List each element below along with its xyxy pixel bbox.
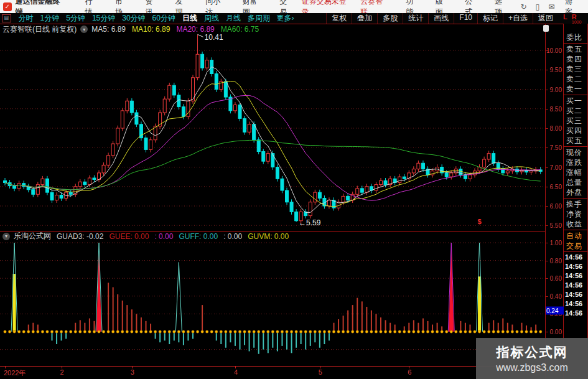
price-tick-7.50-tick	[546, 147, 548, 148]
indicator-source[interactable]: 乐淘公式网	[14, 231, 51, 241]
period-button-5分钟[interactable]: 5分钟	[63, 13, 89, 24]
price-tick-6.50-tick	[546, 187, 548, 187]
period-button-多周期[interactable]: 多周期	[244, 13, 273, 24]
menubar-icons: ↻▯✉	[516, 2, 559, 11]
tool-button-1[interactable]: 叠加	[352, 13, 377, 24]
sidebar-row-自动[interactable]: 自动	[564, 231, 587, 241]
sidebar-row-卖二[interactable]: 卖二	[564, 74, 587, 84]
mobile-icon[interactable]: ▯	[531, 2, 544, 11]
month-label-5: 5	[319, 368, 322, 376]
sidebar-row-净资[interactable]: 净资	[564, 209, 587, 219]
price-axis[interactable]: 10.009.509.008.508.007.507.006.506.005.5…	[545, 24, 564, 379]
sidebar-row-买三[interactable]: 买三	[564, 116, 587, 126]
price-tick-9.00: 9.00	[550, 86, 562, 93]
indicator-value-4: : 0.00	[223, 232, 242, 241]
indicator-value-2: : 0.00	[154, 232, 173, 241]
time-axis[interactable]: 2022年23456	[0, 366, 545, 379]
period-button-60分钟[interactable]: 60分钟	[149, 13, 179, 24]
tick-time-row-5[interactable]: 14:56	[564, 299, 587, 309]
splitter-handle[interactable]	[543, 25, 549, 32]
tick-time-row-1[interactable]: 14:56	[564, 262, 587, 271]
price-tick-6.50: 6.50	[550, 183, 562, 190]
chevron-down-icon[interactable]: ▾	[80, 26, 88, 33]
layout-left-button[interactable]: L	[563, 13, 567, 21]
more-periods-button[interactable]: 更多›	[273, 13, 297, 24]
tool-button-2[interactable]: 多股	[377, 13, 403, 24]
tool-button-4[interactable]: 画线	[428, 13, 454, 24]
indicator-tick-0.00: 0.00	[550, 329, 562, 335]
sidebar-row-委比[interactable]: 委比	[564, 32, 587, 42]
tick-time-row-0[interactable]: 14:56	[564, 253, 587, 262]
sidebar-separator	[564, 230, 587, 230]
sidebar-row-外盘[interactable]: 外盘	[564, 187, 587, 197]
sidebar-row-总量[interactable]: 总量	[564, 177, 587, 187]
tool-button-3[interactable]: 统计	[403, 13, 428, 24]
tool-button-0[interactable]: 复权	[326, 13, 352, 24]
price-tick-6.00-tick	[546, 206, 548, 207]
watermark-title: 指标公式网	[497, 344, 568, 361]
sidebar-row-卖一[interactable]: 卖一	[564, 84, 587, 94]
indicator-tick-0.80-tick	[546, 261, 548, 261]
main-chart-title-row: 云赛智联(日线 前复权) ▾ MA5: 6.89MA10: 6.89MA20: …	[2, 24, 265, 34]
layout-lr-toggle[interactable]: L R1000	[563, 13, 588, 24]
tick-time-row-4[interactable]: 14:56	[564, 290, 587, 299]
sidebar-row-收益[interactable]: 收益	[564, 219, 587, 229]
price-tick-8.00-tick	[546, 128, 548, 129]
month-label-6: 6	[408, 368, 411, 376]
sidebar-row-现价[interactable]: 现价	[564, 147, 587, 157]
period-buttons: 分时1分钟5分钟15分钟30分钟60分钟日线周线月线多周期	[15, 13, 273, 24]
main-chart[interactable]: 10.41←5.59$	[0, 24, 545, 231]
watermark: 指标公式网 www.zbgs3.com	[476, 338, 588, 379]
sidebar-row-卖三[interactable]: 卖三	[564, 64, 587, 74]
price-tick-7.00: 7.00	[550, 164, 562, 171]
panel-layout-icon[interactable]: ▤	[2, 14, 11, 22]
tool-button-7[interactable]: +自选	[503, 13, 533, 24]
indicator-tick-0.40-tick	[546, 296, 548, 297]
period-button-月线[interactable]: 月线	[222, 13, 244, 24]
indicator-panel[interactable]	[0, 231, 545, 366]
sidebar-row-涨幅[interactable]: 涨幅	[564, 167, 587, 177]
indicator-tick-0.40: 0.40	[550, 292, 562, 299]
svg-text:$: $	[478, 218, 482, 225]
price-tick-9.50-tick	[546, 70, 548, 70]
sidebar-row-卖五[interactable]: 卖五	[564, 44, 587, 54]
ma-label-2: MA20: 6.89	[176, 25, 214, 34]
sidebar-row-买五[interactable]: 买五	[564, 136, 587, 146]
ma-label-0: MA5: 6.89	[91, 25, 126, 34]
price-tick-6.00: 6.00	[550, 203, 562, 210]
month-label-4: 4	[234, 368, 238, 376]
sidebar-row-买一[interactable]: 买一	[564, 96, 587, 106]
price-tick-9.00-tick	[546, 90, 548, 90]
period-button-周线[interactable]: 周线	[200, 13, 222, 24]
sidebar-row-交易[interactable]: 交易	[564, 241, 587, 251]
sidebar-row-换手[interactable]: 换手	[564, 199, 587, 209]
sidebar-row-涨跌[interactable]: 涨跌	[564, 157, 587, 167]
period-button-30分钟[interactable]: 30分钟	[119, 13, 149, 24]
stock-title[interactable]: 云赛智联(日线 前复权)	[2, 24, 77, 35]
period-button-15分钟[interactable]: 15分钟	[88, 13, 118, 24]
refresh-icon[interactable]: ↻	[516, 2, 531, 11]
period-button-1分钟[interactable]: 1分钟	[37, 13, 63, 24]
sidebar-separator	[564, 43, 587, 44]
layout-right-button[interactable]: R1000	[572, 13, 582, 24]
tool-button-8[interactable]: 返回	[533, 13, 558, 24]
period-button-分时[interactable]: 分时	[15, 13, 37, 24]
tick-time-row-3[interactable]: 14:56	[564, 281, 587, 290]
tdx-terminal-window: ✓ 通达信金融终端 行情市场资讯发现问小达财富圈交易 证券交易未登录云赛智联 功…	[0, 0, 588, 379]
price-tick-8.50-tick	[546, 109, 548, 110]
tool-button-6[interactable]: 标记	[477, 13, 503, 24]
tick-time-row-6[interactable]: 14:56	[564, 309, 587, 318]
mail-icon[interactable]: ✉	[544, 2, 559, 11]
indicator-values: GUAD3: -0.02GUEE: 0.00: 0.00GUFF: 0.00: …	[57, 232, 294, 241]
menubar: ✓ 通达信金融终端 行情市场资讯发现问小达财富圈交易 证券交易未登录云赛智联 功…	[0, 0, 588, 14]
tick-time-row-2[interactable]: 14:56	[564, 271, 587, 281]
collapse-icon[interactable]: ▾	[2, 233, 10, 240]
tool-button-5[interactable]: F10	[454, 13, 477, 24]
ma-values: MA5: 6.89MA10: 6.89MA20: 6.89MA60: 6.75	[91, 25, 265, 34]
sidebar-row-买四[interactable]: 买四	[564, 126, 587, 136]
quote-sidebar: 委比卖五卖四卖三卖二卖一买一买二买三买四买五现价涨跌涨幅总量外盘换手净资收益自动…	[564, 24, 588, 379]
price-tick-8.00: 8.00	[550, 125, 562, 132]
period-button-日线[interactable]: 日线	[179, 13, 200, 24]
sidebar-row-买二[interactable]: 买二	[564, 106, 587, 116]
sidebar-row-卖四[interactable]: 卖四	[564, 54, 587, 64]
